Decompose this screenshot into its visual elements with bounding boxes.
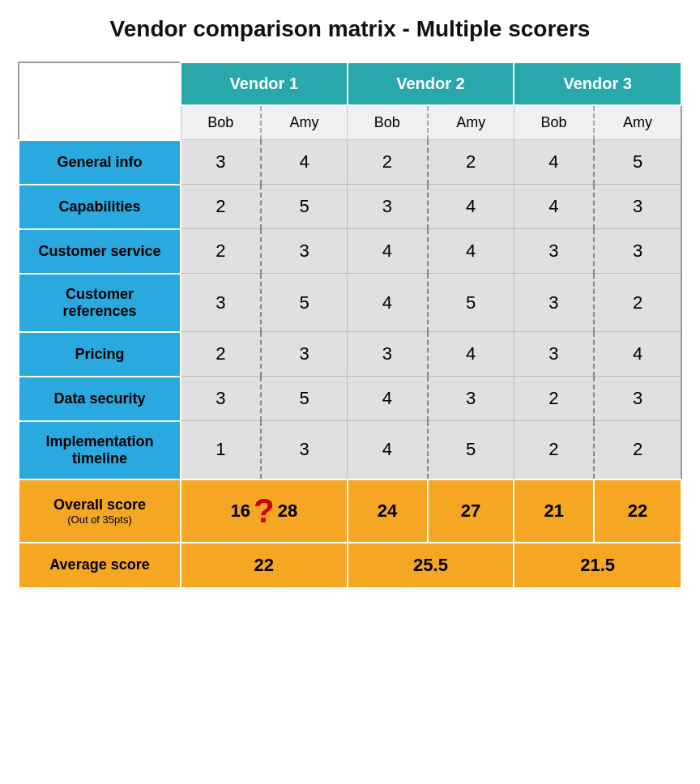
score-2-0: 2 xyxy=(181,229,261,274)
vendor3-header: Vendor 3 xyxy=(514,62,681,105)
score-1-1: 5 xyxy=(261,185,348,229)
page-title: Vendor comparison matrix - Multiple scor… xyxy=(18,16,682,42)
vendor1-header: Vendor 1 xyxy=(181,62,348,105)
score-1-4: 4 xyxy=(514,185,594,229)
category-label-5: Data security xyxy=(19,377,181,421)
scorer-empty-cell xyxy=(19,105,181,140)
score-3-3: 5 xyxy=(428,274,514,332)
category-label-1: Capabilities xyxy=(19,185,181,229)
score-3-1: 5 xyxy=(261,274,348,332)
scorer-v2-bob: Bob xyxy=(348,105,428,140)
score-6-5: 2 xyxy=(594,421,681,479)
vendor-header-row: Vendor 1 Vendor 2 Vendor 3 xyxy=(19,62,681,105)
question-mark-icon: ? xyxy=(254,492,275,530)
category-row-capabilities: Capabilities 2 5 3 4 4 3 xyxy=(19,185,681,229)
category-label-0: General info xyxy=(19,140,181,185)
category-row-general-info: General info 3 4 2 2 4 5 xyxy=(19,140,681,185)
average-label: Average score xyxy=(19,543,181,588)
score-3-2: 4 xyxy=(348,274,428,332)
average-vendor3: 21.5 xyxy=(514,543,681,588)
category-row-pricing: Pricing 2 3 3 4 3 4 xyxy=(19,332,681,377)
score-4-1: 3 xyxy=(261,332,348,377)
score-2-3: 4 xyxy=(428,229,514,274)
score-2-4: 3 xyxy=(514,229,594,274)
score-1-3: 4 xyxy=(428,185,514,229)
overall-vendor2-amy: 27 xyxy=(428,479,514,543)
scorer-v1-amy: Amy xyxy=(261,105,348,140)
score-5-4: 2 xyxy=(514,377,594,421)
category-label-4: Pricing xyxy=(19,332,181,377)
main-container: Vendor comparison matrix - Multiple scor… xyxy=(18,16,682,589)
category-row-customer-references: Customer references 3 5 4 5 3 2 xyxy=(19,274,681,332)
score-2-2: 4 xyxy=(348,229,428,274)
score-4-3: 4 xyxy=(428,332,514,377)
score-5-3: 3 xyxy=(428,377,514,421)
score-2-5: 3 xyxy=(594,229,681,274)
score-5-1: 5 xyxy=(261,377,348,421)
overall-label: Overall score (Out of 35pts) xyxy=(19,479,181,543)
header-empty-cell xyxy=(19,62,181,105)
score-4-2: 3 xyxy=(348,332,428,377)
score-4-0: 2 xyxy=(181,332,261,377)
overall-sublabel: (Out of 35pts) xyxy=(26,513,173,526)
score-0-3: 2 xyxy=(428,140,514,185)
average-score-row: Average score 22 25.5 21.5 xyxy=(19,543,681,588)
overall-score-row: Overall score (Out of 35pts) 16 ? 28 24 … xyxy=(19,479,681,543)
score-0-5: 5 xyxy=(594,140,681,185)
comparison-table: Vendor 1 Vendor 2 Vendor 3 Bob Amy Bob A… xyxy=(18,62,682,589)
vendor2-header: Vendor 2 xyxy=(348,62,514,105)
overall-vendor3-bob: 21 xyxy=(514,479,594,543)
score-6-3: 5 xyxy=(428,421,514,479)
score-1-5: 3 xyxy=(594,185,681,229)
score-2-1: 3 xyxy=(261,229,348,274)
score-6-1: 3 xyxy=(261,421,348,479)
score-1-2: 3 xyxy=(348,185,428,229)
scorer-v2-amy: Amy xyxy=(428,105,514,140)
score-4-4: 3 xyxy=(514,332,594,377)
score-5-2: 4 xyxy=(348,377,428,421)
scorer-row: Bob Amy Bob Amy Bob Amy xyxy=(19,105,681,140)
category-label-6: Implementation timeline xyxy=(19,421,181,479)
category-label-3: Customer references xyxy=(19,274,181,332)
score-0-2: 2 xyxy=(348,140,428,185)
overall-vendor2-bob: 24 xyxy=(348,479,428,543)
category-row-implementation-timeline: Implementation timeline 1 3 4 5 2 2 xyxy=(19,421,681,479)
average-vendor2: 25.5 xyxy=(348,543,514,588)
overall-v1-bob: 16 xyxy=(231,501,250,522)
scorer-v3-amy: Amy xyxy=(594,105,681,140)
score-0-1: 4 xyxy=(261,140,348,185)
score-3-5: 2 xyxy=(594,274,681,332)
overall-label-text: Overall score xyxy=(53,496,146,513)
score-6-2: 4 xyxy=(348,421,428,479)
score-1-0: 2 xyxy=(181,185,261,229)
score-6-4: 2 xyxy=(514,421,594,479)
score-5-0: 3 xyxy=(181,377,261,421)
score-3-0: 3 xyxy=(181,274,261,332)
overall-vendor1-cell: 16 ? 28 xyxy=(181,479,348,543)
score-0-4: 4 xyxy=(514,140,594,185)
overall-v1-amy: 28 xyxy=(278,501,297,522)
average-vendor1: 22 xyxy=(181,543,348,588)
score-6-0: 1 xyxy=(181,421,261,479)
category-row-customer-service: Customer service 2 3 4 4 3 3 xyxy=(19,229,681,274)
scorer-v3-bob: Bob xyxy=(514,105,594,140)
score-0-0: 3 xyxy=(181,140,261,185)
score-3-4: 3 xyxy=(514,274,594,332)
scorer-v1-bob: Bob xyxy=(181,105,261,140)
category-label-2: Customer service xyxy=(19,229,181,274)
score-5-5: 3 xyxy=(594,377,681,421)
score-4-5: 4 xyxy=(594,332,681,377)
category-row-data-security: Data security 3 5 4 3 2 3 xyxy=(19,377,681,421)
overall-vendor3-amy: 22 xyxy=(594,479,681,543)
